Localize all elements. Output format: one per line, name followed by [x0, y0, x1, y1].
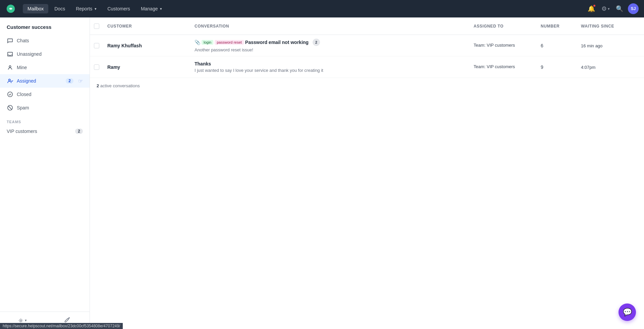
row1-conversation: 📎 login password reset Password email no… [191, 35, 470, 56]
person-check-icon [7, 78, 13, 84]
row1-customer: Ramy Khuffash [103, 40, 191, 52]
sidebar-item-assigned[interactable]: Assigned 2 ☞ [0, 74, 90, 88]
table-body: Ramy Khuffash 📎 login password reset Pas… [90, 35, 644, 329]
nav-docs[interactable]: Docs [50, 4, 70, 13]
row1-checkbox[interactable] [94, 43, 99, 48]
cursor-indicator: ☞ [78, 78, 83, 84]
select-all-checkbox[interactable] [94, 23, 99, 29]
vip-team-badge: 2 [75, 129, 83, 134]
sidebar-item-unassigned[interactable]: Unassigned [0, 47, 90, 61]
sidebar-spam-label: Spam [17, 105, 83, 110]
sidebar-unassigned-label: Unassigned [17, 51, 83, 57]
col-conversation: Conversation [191, 24, 470, 29]
user-avatar[interactable]: SJ [628, 3, 639, 14]
settings-menu-button[interactable]: ⚙ ▾ [600, 3, 611, 14]
svg-point-2 [9, 66, 11, 67]
row2-checkbox[interactable] [94, 64, 99, 70]
col-select [90, 23, 103, 29]
row2-conversation: Thanks I just wanted to say I love your … [191, 58, 470, 76]
reports-chevron: ▾ [95, 7, 97, 11]
teams-section-header: TEAMS [0, 114, 90, 125]
sidebar-title: Customer success [0, 17, 90, 34]
sidebar-assigned-label: Assigned [17, 78, 62, 84]
col-number: Number [537, 24, 577, 29]
search-icon: 🔍 [616, 5, 623, 12]
sidebar-nav: Chats Unassigned [0, 34, 90, 312]
main-content: Customer Conversation Assigned To Number… [90, 17, 644, 329]
status-bar: https://secure.helpscout.net/mailbox/23d… [0, 323, 123, 329]
row1-preview: Another password reset issue! [195, 47, 466, 52]
nav-manage[interactable]: Manage ▾ [136, 4, 167, 13]
attachment-icon: 📎 [195, 40, 200, 45]
col-waiting-since: Waiting Since [577, 24, 644, 29]
sidebar-item-chats[interactable]: Chats [0, 34, 90, 47]
vip-team-label: VIP customers [7, 129, 75, 134]
row1-assigned-to: Team: VIP customers [470, 39, 537, 52]
inbox-icon [7, 51, 13, 57]
app-logo[interactable] [5, 3, 16, 14]
sidebar-closed-label: Closed [17, 92, 83, 97]
notification-badge [593, 4, 596, 7]
nav-customers[interactable]: Customers [103, 4, 135, 13]
row2-tags: Thanks [195, 61, 466, 66]
col-assigned-to: Assigned To [470, 24, 537, 29]
topnav-right: 🔔 ⚙ ▾ 🔍 SJ [586, 3, 639, 14]
table-header: Customer Conversation Assigned To Number… [90, 17, 644, 35]
manage-chevron: ▾ [160, 7, 162, 11]
top-navigation: Mailbox Docs Reports ▾ Customers Manage … [0, 0, 644, 17]
chat-icon [7, 37, 13, 44]
row2-preview: I just wanted to say I love your service… [195, 68, 466, 73]
sidebar-chats-label: Chats [17, 38, 83, 43]
chat-support-button[interactable]: 💬 [619, 303, 636, 321]
settings-gear-icon: ▾ [18, 318, 27, 323]
nav-mailbox[interactable]: Mailbox [23, 4, 48, 13]
settings-chevron-label: ▾ [25, 318, 27, 323]
tag-password-reset: password reset [215, 40, 244, 45]
svg-point-3 [9, 79, 10, 81]
row2-waiting-since: 4:07pm [577, 61, 644, 73]
nav-links: Mailbox Docs Reports ▾ Customers Manage … [23, 4, 586, 13]
sidebar-item-closed[interactable]: Closed [0, 88, 90, 101]
row2-customer: Ramy [103, 61, 191, 73]
col-customer: Customer [103, 24, 191, 29]
row2-number: 9 [537, 61, 577, 73]
table-row[interactable]: Ramy Khuffash 📎 login password reset Pas… [90, 35, 644, 56]
sidebar-team-vip[interactable]: VIP customers 2 [0, 125, 90, 137]
row1-select [90, 43, 103, 48]
tag-login: login [202, 40, 213, 45]
nav-reports[interactable]: Reports ▾ [71, 4, 101, 13]
ban-icon [7, 104, 13, 111]
sidebar-item-spam[interactable]: Spam [0, 101, 90, 114]
svg-point-6 [20, 320, 21, 321]
sidebar: Customer success Chats Un [0, 17, 90, 329]
settings-chevron: ▾ [608, 7, 610, 11]
row1-waiting-since: 16 min ago [577, 40, 644, 52]
active-conversations-count: 2 active conversations [90, 78, 644, 94]
row1-msg-count: 2 [313, 39, 320, 46]
assigned-badge: 2 [66, 78, 73, 84]
main-layout: Customer success Chats Un [0, 17, 644, 329]
person-icon [7, 64, 13, 71]
sidebar-item-mine[interactable]: Mine [0, 61, 90, 74]
table-row[interactable]: Ramy Thanks I just wanted to say I love … [90, 56, 644, 78]
svg-point-4 [8, 92, 12, 97]
row2-select [90, 64, 103, 70]
chat-support-icon: 💬 [623, 308, 632, 317]
row2-assigned-to: Team: VIP customers [470, 60, 537, 73]
gear-icon: ⚙ [601, 5, 607, 12]
row1-tags: 📎 login password reset Password email no… [195, 39, 466, 46]
sidebar-mine-label: Mine [17, 65, 83, 70]
notifications-button[interactable]: 🔔 [586, 3, 597, 14]
row1-number: 6 [537, 40, 577, 52]
check-circle-icon [7, 91, 13, 98]
search-button[interactable]: 🔍 [614, 3, 625, 14]
